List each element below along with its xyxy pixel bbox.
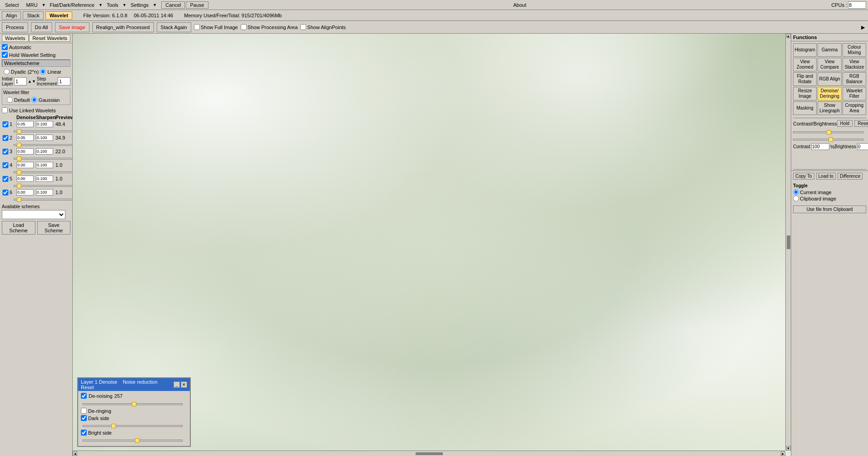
layer-2-slider[interactable] — [14, 144, 73, 146]
layer-4-denoise-input[interactable] — [16, 162, 34, 168]
show-full-image-check[interactable]: Show Full Image — [194, 24, 238, 30]
pause-button[interactable]: Pause — [186, 1, 208, 9]
noise-close-button[interactable]: ✕ — [181, 381, 187, 388]
layer-1-checkbox[interactable] — [2, 121, 9, 127]
layer-6-slider-row — [0, 196, 72, 202]
spin-up-icon[interactable]: ▲▼ — [28, 79, 36, 84]
function-button-7[interactable]: RGB Align — [818, 72, 841, 86]
automatic-checkbox[interactable] — [2, 44, 8, 50]
layer-6-checkbox[interactable] — [2, 190, 9, 195]
dark-side-checkbox[interactable] — [81, 415, 87, 421]
layer-5-checkbox[interactable] — [2, 176, 9, 182]
layer-1-slider[interactable] — [14, 130, 73, 132]
use-linked-checkbox[interactable] — [2, 107, 8, 113]
stack-again-button[interactable]: Stack Again — [157, 22, 191, 32]
cancel-button[interactable]: Cancel — [161, 1, 185, 9]
function-button-11[interactable]: Wavelet Filter — [843, 87, 866, 100]
function-button-0[interactable]: Histogram — [793, 43, 817, 57]
use-file-button[interactable]: Use file from Clipboard — [793, 205, 866, 213]
step-increment-input[interactable] — [58, 77, 70, 85]
mru-menu[interactable]: MRU — [23, 1, 41, 9]
function-button-2[interactable]: Colour Mixing — [843, 43, 866, 57]
layer-2-sharpen-input[interactable] — [36, 135, 53, 141]
process-button[interactable]: Process — [2, 22, 28, 32]
reset-wavelets-button[interactable]: Reset Wavelets — [29, 35, 70, 42]
dyadic-radio[interactable] — [4, 69, 10, 75]
clipboard-image-radio[interactable] — [793, 195, 799, 201]
layer-5-denoise-input[interactable] — [16, 175, 34, 182]
denoising-slider[interactable] — [83, 403, 183, 405]
layer-3-slider[interactable] — [14, 158, 73, 160]
layer-2-checkbox[interactable] — [2, 135, 9, 141]
layer-6-denoise-input[interactable] — [16, 189, 34, 195]
noise-panel-titlebar[interactable]: Layer 1 Denoise Noise reduction Reset _ … — [78, 378, 190, 391]
function-button-5[interactable]: View Stacksize — [843, 58, 866, 71]
layer-3-checkbox[interactable] — [2, 149, 9, 155]
gaussian-radio[interactable] — [31, 97, 37, 103]
function-button-14[interactable]: Cropping Area — [843, 101, 866, 115]
about-menu[interactable]: About — [510, 1, 530, 9]
wavelets-tab-button[interactable]: Wavelets — [2, 35, 29, 42]
dark-side-slider[interactable] — [83, 425, 183, 427]
function-button-6[interactable]: Flip and Rotate — [793, 72, 817, 86]
cb-hold-button[interactable]: Hold — [837, 120, 853, 127]
wavelet-tab[interactable]: Wavelet — [45, 11, 72, 20]
function-button-9[interactable]: Resize Image — [793, 87, 817, 100]
contrast-value-input[interactable] — [811, 143, 829, 150]
horizontal-scrollbar[interactable]: ◄ ► — [73, 451, 785, 456]
cpus-input[interactable] — [848, 1, 866, 9]
expand-arrow-icon[interactable]: ► — [860, 24, 866, 31]
schemes-dropdown[interactable] — [2, 210, 65, 219]
layer-1-sharpen-input[interactable] — [36, 121, 53, 127]
layer-6-sharpen-input[interactable] — [36, 189, 53, 195]
layer-4-checkbox[interactable] — [2, 162, 9, 168]
layer-6-slider[interactable] — [14, 199, 73, 200]
deringing-checkbox[interactable] — [81, 408, 87, 414]
load-scheme-button[interactable]: Load Scheme — [2, 221, 35, 235]
tools-menu[interactable]: Tools — [104, 1, 122, 9]
initial-layer-input[interactable] — [14, 77, 27, 85]
contrast-slider[interactable] — [793, 131, 863, 133]
layer-3-sharpen-input[interactable] — [36, 148, 53, 155]
layer-5-slider[interactable] — [14, 185, 73, 187]
copy-to-button[interactable]: Copy To — [793, 173, 814, 180]
cb-reset-button[interactable]: Reset — [854, 120, 868, 127]
settings-menu[interactable]: Settings — [128, 1, 152, 9]
layer-2-denoise-input[interactable] — [16, 135, 34, 141]
layer-4-sharpen-input[interactable] — [36, 162, 53, 168]
stack-tab[interactable]: Stack — [23, 11, 44, 20]
default-radio[interactable] — [7, 97, 13, 103]
function-button-13[interactable]: Show Linegraph — [818, 101, 841, 115]
function-button-10[interactable]: Denoise/ Deringing — [818, 87, 841, 100]
function-button-12[interactable]: Masking — [793, 101, 817, 115]
function-button-8[interactable]: RGB Balance — [843, 72, 866, 86]
brightness-value-input[interactable] — [857, 143, 868, 150]
brightness-slider[interactable] — [793, 139, 863, 140]
flat-dark-menu[interactable]: Flat/Dark/Reference — [47, 1, 98, 9]
bright-side-checkbox[interactable] — [81, 430, 87, 436]
layer-1-denoise-input[interactable] — [16, 121, 34, 127]
function-button-1[interactable]: Gamma — [818, 43, 841, 57]
layer-3-denoise-input[interactable] — [16, 148, 34, 155]
save-scheme-button[interactable]: Save Scheme — [37, 221, 71, 235]
function-button-4[interactable]: View Compare — [818, 58, 841, 71]
difference-button[interactable]: Difference — [838, 173, 863, 180]
linear-radio[interactable] — [40, 69, 46, 75]
show-align-check[interactable]: Show AlignPoints — [300, 24, 346, 30]
layer-5-sharpen-input[interactable] — [36, 175, 53, 182]
layer-4-slider[interactable] — [14, 171, 73, 173]
save-image-button[interactable]: Save image — [55, 22, 89, 32]
function-button-3[interactable]: View Zoomed — [793, 58, 817, 71]
show-processing-check[interactable]: Show Processing Area — [241, 24, 298, 30]
select-menu[interactable]: Select — [2, 1, 22, 9]
align-tab[interactable]: Align — [2, 11, 21, 20]
do-all-button[interactable]: Do All — [31, 22, 52, 32]
current-image-radio[interactable] — [793, 189, 799, 195]
load-to-button[interactable]: Load to — [816, 173, 836, 180]
realign-button[interactable]: Realign_with Processed — [92, 22, 154, 32]
denoising-checkbox[interactable] — [81, 393, 87, 399]
noise-minimize-button[interactable]: _ — [174, 381, 180, 388]
vertical-scrollbar[interactable]: ▲ ▼ — [785, 34, 791, 451]
hold-wavelet-checkbox[interactable] — [2, 52, 8, 58]
bright-side-slider[interactable] — [83, 440, 183, 441]
